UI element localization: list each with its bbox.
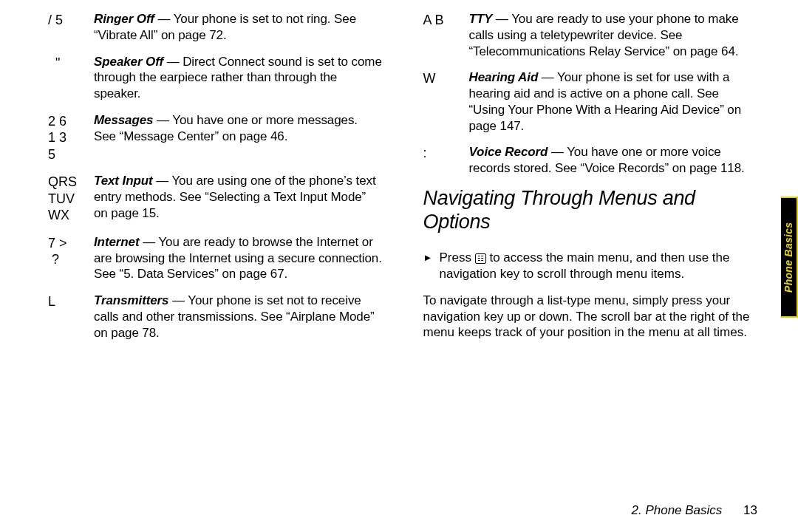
icon-entry: 2 6 1 3 5 Messages — You have one or mor… xyxy=(48,112,383,163)
two-column-layout: / 5 Ringer Off — Your phone is set to no… xyxy=(48,11,757,484)
right-column: A B TTY — You are ready to use your phon… xyxy=(423,11,758,484)
icon-entry: A B TTY — You are ready to use your phon… xyxy=(423,11,758,59)
status-icon: QRS TUV WX xyxy=(48,173,94,224)
icon-entry: L Transmitters — Your phone is set not t… xyxy=(48,293,383,341)
instruction-bullet: ► Press ☷ to access the main menu, and t… xyxy=(423,250,758,282)
status-icon: " xyxy=(48,54,94,102)
status-icon: / 5 xyxy=(48,11,94,44)
icon-description: Voice Record — You have one or more voic… xyxy=(469,144,758,177)
icon-description: Internet — You are ready to browse the I… xyxy=(94,234,383,282)
body-paragraph: To navigate through a list-type menu, si… xyxy=(423,293,758,341)
status-icon: L xyxy=(48,293,94,341)
icon-entry: : Voice Record — You have one or more vo… xyxy=(423,144,758,177)
menu-key-icon: ☷ xyxy=(475,253,486,264)
icon-description: Text Input — You are using one of the ph… xyxy=(94,173,383,224)
icon-entry: QRS TUV WX Text Input — You are using on… xyxy=(48,173,383,224)
icon-entry: " Speaker Off — Direct Connect sound is … xyxy=(48,54,383,102)
icon-entry: W Hearing Aid — Your phone is set for us… xyxy=(423,69,758,134)
icon-description: Speaker Off — Direct Connect sound is se… xyxy=(94,54,383,102)
status-icon: 7 > ? xyxy=(48,234,94,282)
left-column: / 5 Ringer Off — Your phone is set to no… xyxy=(48,11,383,484)
icon-description: Messages — You have one or more messages… xyxy=(94,112,383,163)
thumb-tab: Phone Basics xyxy=(781,197,798,318)
page-footer: 2. Phone Basics 13 xyxy=(631,502,757,519)
icon-description: Hearing Aid — Your phone is set for use … xyxy=(469,69,758,134)
icon-description: Ringer Off — Your phone is set to not ri… xyxy=(94,11,383,44)
page-number: 13 xyxy=(743,503,757,517)
status-icon: W xyxy=(423,69,469,134)
chapter-label: 2. Phone Basics xyxy=(631,503,722,517)
status-icon: 2 6 1 3 5 xyxy=(48,112,94,163)
icon-entry: 7 > ? Internet — You are ready to browse… xyxy=(48,234,383,282)
bullet-icon: ► xyxy=(423,250,440,282)
icon-entry: / 5 Ringer Off — Your phone is set to no… xyxy=(48,11,383,44)
status-icon: : xyxy=(423,144,469,177)
instruction-text: Press ☷ to access the main menu, and the… xyxy=(440,250,758,282)
status-icon: A B xyxy=(423,11,469,59)
icon-description: Transmitters — Your phone is set not to … xyxy=(94,293,383,341)
icon-description: TTY — You are ready to use your phone to… xyxy=(469,11,758,59)
section-heading: Navigating Through Menus and Options xyxy=(423,187,758,234)
